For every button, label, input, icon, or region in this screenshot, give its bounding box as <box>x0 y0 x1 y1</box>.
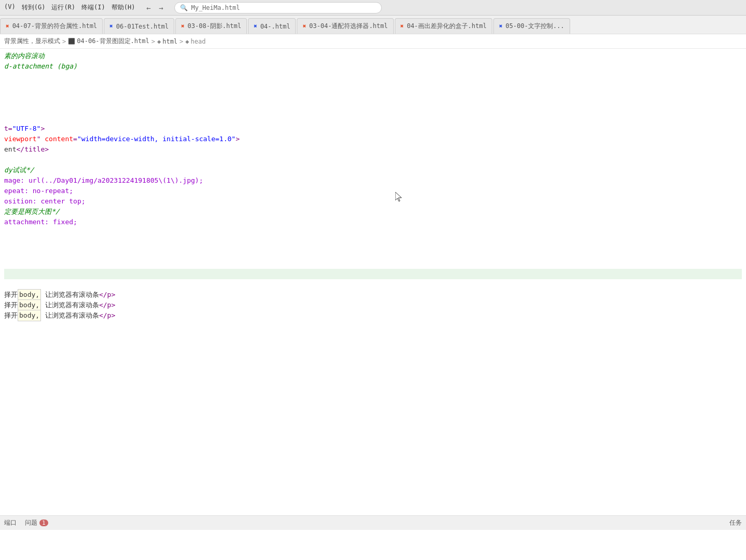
code-text: viewport <box>4 134 37 144</box>
code-line <box>4 279 742 290</box>
code-line: mage: url(../Day01/img/a20231224191805\(… <box>4 175 742 186</box>
code-line <box>4 72 742 82</box>
code-line <box>4 92 742 103</box>
html5-icon: ✖ <box>109 23 113 30</box>
code-text: 择开 <box>4 290 18 300</box>
code-text: d-attachment (bga) <box>4 61 77 72</box>
code-text: </p> <box>99 290 115 300</box>
code-text: content <box>45 134 73 144</box>
code-text: 择开 <box>4 310 18 321</box>
breadcrumb-label: 背景属性，显示模式 <box>4 37 60 46</box>
breadcrumb-bg: 背景属性，显示模式 <box>4 37 60 46</box>
html5-icon: ✖ <box>254 23 257 30</box>
code-text: 让浏览器有滚动条 <box>41 290 99 300</box>
tab-04[interactable]: ✖ 04-.html <box>248 18 296 34</box>
code-text: osition: center top; <box>4 196 86 207</box>
tab-label: 03-08-阴影.html <box>188 22 241 31</box>
code-text: mage: url(../Day01/img/a20231224191805\(… <box>4 175 203 186</box>
code-badge: body, <box>18 289 41 301</box>
code-line <box>4 258 742 269</box>
menu-help[interactable]: 帮助(H) <box>112 3 135 12</box>
tag-icon: ◆ <box>157 38 161 45</box>
tab-bar: ✖ 04-07-背景的符合属性.html ✖ 06-01Test.html ✖ … <box>0 16 746 34</box>
code-line <box>4 248 742 258</box>
code-badge: body, <box>18 299 41 311</box>
empty-area <box>0 530 746 560</box>
breadcrumb-file-label: 04-06-背景图固定.html <box>77 37 149 46</box>
code-line <box>4 227 742 238</box>
code-badge: body, <box>18 310 41 321</box>
code-line: 择开body, 让浏览器有滚动条</p> <box>4 300 742 310</box>
title-bar: (V) 转到(G) 运行(R) 终端(I) 帮助(H) ← → 🔍 My_Hei… <box>0 0 746 16</box>
code-text: = <box>73 134 77 144</box>
code-line: 择开body, 让浏览器有滚动条</p> <box>4 310 742 321</box>
breadcrumb-head[interactable]: ◆ head <box>185 38 205 45</box>
problems-label: 问题 <box>25 518 37 527</box>
code-line: epeat: no-repeat; <box>4 186 742 196</box>
breadcrumb-html[interactable]: ◆ html <box>157 38 177 45</box>
html5-icon: ⬛ <box>68 38 75 45</box>
code-line <box>4 113 742 124</box>
code-text: 择开 <box>4 300 18 310</box>
tab-04-draw[interactable]: ✖ 04-画出差异化的盒子.html <box>395 18 492 34</box>
code-line <box>4 103 742 113</box>
html5-icon: ✖ <box>302 23 306 30</box>
tab-label: 06-01Test.html <box>116 23 169 30</box>
bottom-panel: 端口 问题 1 任务 <box>0 515 746 530</box>
tab-label: 04-画出差异化的盒子.html <box>407 22 487 31</box>
code-line: osition: center top; <box>4 196 742 207</box>
breadcrumb-html-label: html <box>162 38 177 45</box>
code-text: 让浏览器有滚动条 <box>41 300 99 310</box>
nav-back[interactable]: ← <box>143 3 154 13</box>
problems-badge: 1 <box>39 520 48 526</box>
editor-area[interactable]: 素的内容滚动 d-attachment (bga) t="UTF-8"> vie… <box>0 49 746 515</box>
code-text: " <box>37 134 45 144</box>
breadcrumb-sep-2: > <box>151 38 155 45</box>
code-text: "width=device-width, initial-scale=1.0" <box>77 134 236 144</box>
breadcrumb-sep-3: > <box>179 38 183 45</box>
code-line: 素的内容滚动 <box>4 51 742 61</box>
code-text: attachment: fixed; <box>4 217 77 227</box>
code-text: 让浏览器有滚动条 <box>41 310 99 321</box>
code-line: 定要是网页大图*/ <box>4 207 742 217</box>
code-line: d-attachment (bga) <box>4 61 742 72</box>
tab-05-00[interactable]: ✖ 05-00-文字控制... <box>493 18 570 34</box>
html5-icon: ✖ <box>6 23 9 30</box>
tasks-label: 任务 <box>729 519 742 526</box>
html5-icon: ✖ <box>181 23 185 30</box>
search-text: My_HeiMa.html <box>191 4 240 11</box>
tab-label: 03-04-通配符选择器.html <box>309 22 388 31</box>
code-text: > <box>236 134 240 144</box>
code-text: dy试试*/ <box>4 165 34 175</box>
code-text: </p> <box>99 310 115 321</box>
search-bar[interactable]: 🔍 My_HeiMa.html <box>174 2 382 13</box>
search-icon: 🔍 <box>180 4 188 11</box>
tab-label: 05-00-文字控制... <box>506 22 564 31</box>
code-text: t= <box>4 124 12 134</box>
menu-goto[interactable]: 转到(G) <box>22 3 46 12</box>
nav-forward[interactable]: → <box>156 3 166 13</box>
code-editor[interactable]: 素的内容滚动 d-attachment (bga) t="UTF-8"> vie… <box>0 49 746 515</box>
tab-label: 04-.html <box>260 23 291 30</box>
problems-tab[interactable]: 问题 1 <box>25 518 48 527</box>
nav-buttons: ← → <box>143 3 166 13</box>
tab-04-07[interactable]: ✖ 04-07-背景的符合属性.html <box>0 18 103 34</box>
code-line: viewport" content="width=device-width, i… <box>4 134 742 144</box>
code-line <box>4 155 742 165</box>
terminal-tab[interactable]: 端口 <box>4 518 17 527</box>
code-text: "UTF-8" <box>12 124 41 134</box>
tab-06-01[interactable]: ✖ 06-01Test.html <box>104 18 174 34</box>
breadcrumb: 背景属性，显示模式 > ⬛ 04-06-背景图固定.html > ◆ html … <box>0 34 746 49</box>
tab-03-08[interactable]: ✖ 03-08-阴影.html <box>175 18 247 34</box>
tab-03-04[interactable]: ✖ 03-04-通配符选择器.html <box>297 18 393 34</box>
tag-icon: ◆ <box>185 38 189 45</box>
code-text: 素的内容滚动 <box>4 51 45 61</box>
tasks-button[interactable]: 任务 <box>729 518 742 527</box>
code-line <box>4 238 742 248</box>
code-line: t="UTF-8"> <box>4 124 742 134</box>
menu-run[interactable]: 运行(R) <box>51 3 75 12</box>
breadcrumb-file[interactable]: ⬛ 04-06-背景图固定.html <box>68 37 149 46</box>
menu-v[interactable]: (V) <box>4 3 16 12</box>
menu-terminal[interactable]: 终端(I) <box>81 3 105 12</box>
menu-bar: (V) 转到(G) 运行(R) 终端(I) 帮助(H) <box>4 3 135 12</box>
